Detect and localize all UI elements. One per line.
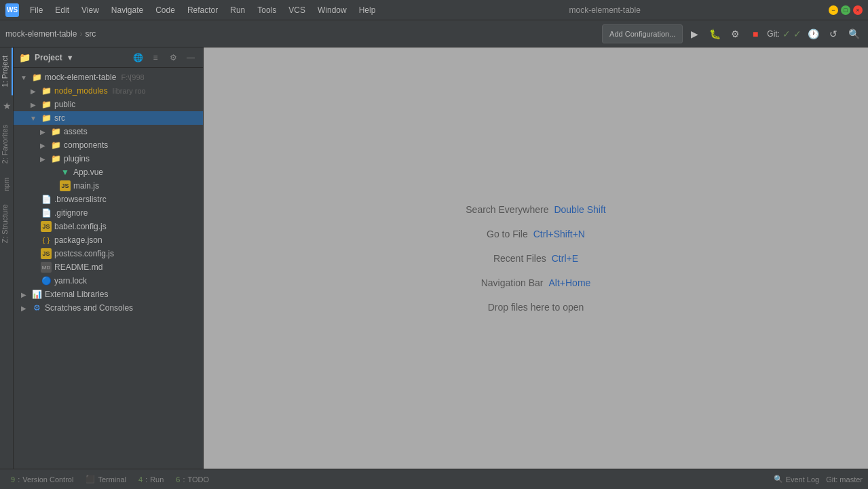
vtab-structure[interactable]: Z: Structure <box>0 196 13 251</box>
bottom-tab-version-control[interactable]: 9 : Version Control <box>5 474 79 485</box>
breadcrumb-root[interactable]: mock-element-table <box>5 29 77 39</box>
menu-run[interactable]: Run <box>225 4 250 16</box>
bottom-tab-terminal[interactable]: ⬛ Terminal <box>80 473 132 485</box>
recent-files-label: Recent Files <box>493 253 546 264</box>
tree-item-gitignore[interactable]: 📄 .gitignore <box>14 206 203 220</box>
tree-arrow-babel-config <box>29 222 38 231</box>
menu-edit[interactable]: Edit <box>50 4 75 16</box>
tree-arrow-components: ▶ <box>38 140 48 150</box>
tree-item-public[interactable]: ▶ 📁 public <box>14 98 203 111</box>
bottom-tab-event-log[interactable]: 🔍 Event Log <box>768 473 825 485</box>
tree-item-readme[interactable]: MD README.md <box>14 260 203 274</box>
close-button[interactable]: × <box>853 5 863 15</box>
run-button[interactable]: ▶ <box>685 25 703 43</box>
menu-view[interactable]: View <box>76 4 105 16</box>
folder-icon-assets: 📁 <box>50 126 61 137</box>
toolbar: mock-element-table › src Add Configurati… <box>0 20 868 47</box>
project-panel: 📁 Project ▼ 🌐 ≡ ⚙ — ▼ 📁 mock-element-tab… <box>14 47 204 469</box>
breadcrumb-src[interactable]: src <box>85 29 96 39</box>
git-file-icon: 📄 <box>41 208 52 218</box>
tree-item-assets[interactable]: ▶ 📁 assets <box>14 125 203 138</box>
folder-icon-plugins: 📁 <box>50 153 61 164</box>
git-history-button[interactable]: 🕐 <box>804 25 822 43</box>
event-log-icon: 🔍 <box>774 475 783 484</box>
coverage-button[interactable]: ⚙ <box>726 25 744 43</box>
tree-item-babel-config[interactable]: JS babel.config.js <box>14 220 203 233</box>
menu-tools[interactable]: Tools <box>252 4 282 16</box>
bottom-tab-todo-name: TODO <box>188 475 210 484</box>
menu-code[interactable]: Code <box>150 4 181 16</box>
add-configuration-button[interactable]: Add Configuration... <box>602 24 683 43</box>
menu-navigate[interactable]: Navigate <box>106 4 149 16</box>
tree-item-main-js[interactable]: JS main.js <box>14 179 203 193</box>
menu-refactor[interactable]: Refactor <box>182 4 223 16</box>
tree-item-browserslistrc[interactable]: 📄 .browserslistrc <box>14 193 203 206</box>
tree-item-components[interactable]: ▶ 📁 components <box>14 138 203 152</box>
panel-collapse-button[interactable]: — <box>184 51 197 64</box>
tree-item-postcss-config[interactable]: JS postcss.config.js <box>14 247 203 260</box>
tree-item-app-vue[interactable]: ▼ App.vue <box>14 165 203 179</box>
git-section: Git: ✓ ✓ 🕐 ↺ <box>767 25 842 43</box>
tree-item-root[interactable]: ▼ 📁 mock-element-table F:\[998 <box>14 71 203 84</box>
bottom-tab-vc-name: Version Control <box>22 475 73 484</box>
menu-help[interactable]: Help <box>354 4 381 16</box>
panel-add-button[interactable]: 🌐 <box>131 51 145 64</box>
tree-item-package-json[interactable]: { } package.json <box>14 233 203 247</box>
tree-label-plugins: plugins <box>64 154 90 163</box>
tree-label-node-modules: node_modules <box>54 86 108 96</box>
bottom-bar: 9 : Version Control ⬛ Terminal 4 : Run 6… <box>0 469 868 489</box>
git-label: Git: <box>767 29 780 39</box>
search-everywhere-button[interactable]: 🔍 <box>845 25 863 43</box>
tree-arrow-assets: ▶ <box>38 127 48 136</box>
tree-arrow-public: ▶ <box>29 100 38 109</box>
app-logo: WS <box>5 3 19 17</box>
tree-label-package-json: package.json <box>54 235 102 245</box>
tree-item-plugins[interactable]: ▶ 📁 plugins <box>14 152 203 165</box>
panel-settings-button[interactable]: ⚙ <box>166 51 180 64</box>
git-revert-button[interactable]: ↺ <box>825 25 842 43</box>
vtab-favorites[interactable]: 2: Favorites <box>0 117 13 172</box>
tree-arrow-app-vue <box>48 168 57 177</box>
folder-icon-root: 📁 <box>31 72 42 83</box>
tree-label-components: components <box>64 140 108 150</box>
babel-file-icon: JS <box>41 221 52 232</box>
menu-bar: File Edit View Navigate Code Refactor Ru… <box>24 4 381 16</box>
git-status: Git: master <box>826 475 863 484</box>
menu-file[interactable]: File <box>24 4 48 16</box>
vtab-npm-icon[interactable]: npm <box>0 172 13 196</box>
stop-button[interactable]: ■ <box>747 25 764 43</box>
title-bar: WS File Edit View Navigate Code Refactor… <box>0 0 868 20</box>
tree-label-root-path: F:\[998 <box>119 73 144 81</box>
menu-vcs[interactable]: VCS <box>283 4 311 16</box>
bottom-tab-todo-num: 6 <box>176 475 180 484</box>
vertical-tabs: 1: Project ★ 2: Favorites npm Z: Structu… <box>0 47 14 469</box>
git-status-label: Git: master <box>826 475 863 484</box>
menu-window[interactable]: Window <box>312 4 352 16</box>
minimize-button[interactable]: − <box>829 5 838 15</box>
tree-arrow-scratches: ▶ <box>19 303 29 313</box>
panel-gear-button[interactable]: ≡ <box>149 51 162 64</box>
search-everywhere-row: Search Everywhere Double Shift <box>466 204 605 215</box>
event-log-label: Event Log <box>786 475 820 484</box>
tree-arrow-src: ▼ <box>29 113 38 123</box>
tree-arrow-plugins: ▶ <box>38 154 48 163</box>
tree-label-postcss-config: postcss.config.js <box>54 249 114 258</box>
vtab-project[interactable]: 1: Project <box>0 47 13 95</box>
vtab-bookmark-icon[interactable]: ★ <box>0 95 13 117</box>
tree-item-node-modules[interactable]: ▶ 📁 node_modules library roo <box>14 84 203 98</box>
tree-arrow-yarn-lock <box>29 276 38 286</box>
goto-file-row: Go to File Ctrl+Shift+N <box>487 229 585 239</box>
tree-label-babel-config: babel.config.js <box>54 222 107 231</box>
tree-item-scratches[interactable]: ▶ ⚙ Scratches and Consoles <box>14 301 203 315</box>
tree-item-external-libraries[interactable]: ▶ 📊 External Libraries <box>14 288 203 301</box>
panel-dropdown[interactable]: ▼ <box>67 54 74 62</box>
maximize-button[interactable]: □ <box>841 5 850 15</box>
bottom-tab-run-sep: : <box>145 475 147 484</box>
tree-item-yarn-lock[interactable]: 🔵 yarn.lock <box>14 274 203 288</box>
bottom-tab-run[interactable]: 4 : Run <box>133 474 169 485</box>
debug-button[interactable]: 🐛 <box>706 25 723 43</box>
bottom-tab-todo[interactable]: 6 : TODO <box>170 474 214 485</box>
js-file-icon: JS <box>60 180 71 191</box>
tree-item-src[interactable]: ▼ 📁 src <box>14 111 203 125</box>
scratches-icon: ⚙ <box>31 302 42 313</box>
